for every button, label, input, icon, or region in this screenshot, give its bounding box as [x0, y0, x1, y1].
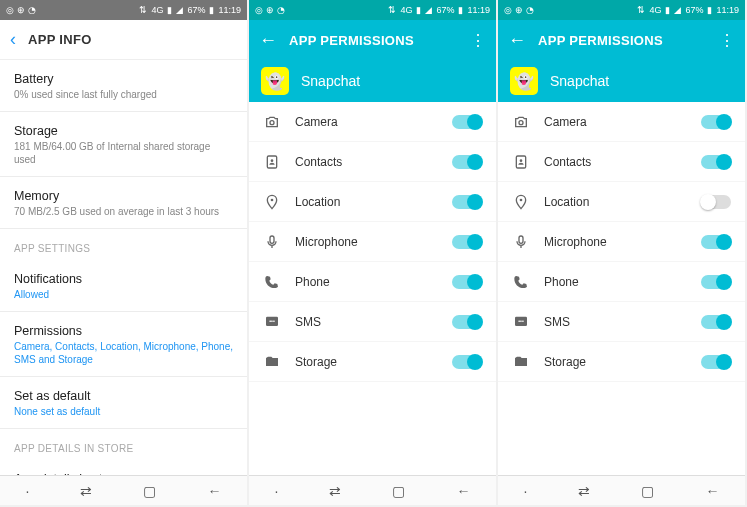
nav-recents-icon[interactable]: ⇄	[80, 483, 92, 499]
page-title: APP PERMISSIONS	[289, 33, 414, 48]
perm-row-camera: Camera	[498, 102, 745, 142]
nav-recents-icon[interactable]: ⇄	[578, 483, 590, 499]
perm-label: Microphone	[544, 235, 687, 249]
row-set-as-default[interactable]: Set as defaultNone set as default	[0, 377, 247, 429]
mic-icon	[263, 234, 281, 250]
back-icon[interactable]: ←	[259, 30, 277, 51]
screen-app-info: ◎⊕◔ ⇅4G▮◢ 67% ▮ 11:19 ‹ APP INFO Battery…	[0, 0, 247, 505]
sms-icon: •••	[263, 314, 281, 330]
toggle-location[interactable]	[701, 195, 731, 209]
page-title: APP INFO	[28, 32, 92, 47]
location-icon	[512, 194, 530, 210]
status-bar: ◎⊕◔ ⇅4G▮◢ 67%▮ 11:19	[249, 0, 496, 20]
perm-row-sms: •••SMS	[498, 302, 745, 342]
svg-point-2	[271, 159, 274, 162]
perm-label: Camera	[295, 115, 438, 129]
perm-label: Location	[544, 195, 687, 209]
row-notifications[interactable]: NotificationsAllowed	[0, 260, 247, 312]
toggle-phone[interactable]	[701, 275, 731, 289]
nav-dot[interactable]: ·	[26, 483, 30, 499]
nav-bar: · ⇄ ▢ ←	[249, 475, 496, 505]
back-icon[interactable]: ←	[508, 30, 526, 51]
contacts-icon	[263, 154, 281, 170]
toggle-microphone[interactable]	[701, 235, 731, 249]
toggle-storage[interactable]	[701, 355, 731, 369]
nav-home-icon[interactable]: ▢	[392, 483, 405, 499]
toggle-contacts[interactable]	[452, 155, 482, 169]
svg-point-9	[520, 159, 523, 162]
mic-icon	[512, 234, 530, 250]
screen-permissions-all-on: ◎⊕◔ ⇅4G▮◢ 67%▮ 11:19 ← APP PERMISSIONS ⋮…	[249, 0, 496, 505]
nav-recents-icon[interactable]: ⇄	[329, 483, 341, 499]
perm-label: Contacts	[295, 155, 438, 169]
toggle-sms[interactable]	[452, 315, 482, 329]
svg-text:•••: •••	[518, 318, 524, 324]
overflow-menu-icon[interactable]: ⋮	[719, 31, 735, 50]
camera-icon	[263, 114, 281, 130]
sms-icon: •••	[512, 314, 530, 330]
perm-row-phone: Phone	[249, 262, 496, 302]
toggle-camera[interactable]	[701, 115, 731, 129]
snapchat-icon: 👻	[510, 67, 538, 95]
row-battery[interactable]: Battery0% used since last fully charged	[0, 60, 247, 112]
nav-bar: · ⇄ ▢ ←	[498, 475, 745, 505]
app-name: Snapchat	[301, 73, 360, 89]
svg-point-3	[271, 198, 274, 201]
snapchat-icon: 👻	[261, 67, 289, 95]
nav-bar: · ⇄ ▢ ←	[0, 475, 247, 505]
nav-back-icon[interactable]: ←	[207, 483, 221, 499]
app-band: 👻 Snapchat	[498, 60, 745, 102]
status-bar: ◎⊕◔ ⇅4G▮◢ 67%▮ 11:19	[498, 0, 745, 20]
storage-icon	[263, 354, 281, 370]
nav-dot[interactable]: ·	[275, 483, 279, 499]
toggle-sms[interactable]	[701, 315, 731, 329]
screen-permissions-location-off: ◎⊕◔ ⇅4G▮◢ 67%▮ 11:19 ← APP PERMISSIONS ⋮…	[498, 0, 745, 505]
app-name: Snapchat	[550, 73, 609, 89]
perm-label: SMS	[544, 315, 687, 329]
toggle-phone[interactable]	[452, 275, 482, 289]
perm-row-contacts: Contacts	[498, 142, 745, 182]
permissions-list: CameraContactsLocationMicrophonePhone•••…	[498, 102, 745, 475]
nav-back-icon[interactable]: ←	[456, 483, 470, 499]
nav-home-icon[interactable]: ▢	[641, 483, 654, 499]
status-bar: ◎⊕◔ ⇅4G▮◢ 67% ▮ 11:19	[0, 0, 247, 20]
row-storage[interactable]: Storage181 MB/64.00 GB of Internal share…	[0, 112, 247, 177]
svg-rect-11	[519, 236, 523, 243]
perm-label: Location	[295, 195, 438, 209]
perm-row-microphone: Microphone	[249, 222, 496, 262]
toggle-location[interactable]	[452, 195, 482, 209]
perm-row-microphone: Microphone	[498, 222, 745, 262]
page-title: APP PERMISSIONS	[538, 33, 663, 48]
nav-home-icon[interactable]: ▢	[143, 483, 156, 499]
row-memory[interactable]: Memory70 MB/2.5 GB used on average in la…	[0, 177, 247, 229]
nav-dot[interactable]: ·	[524, 483, 528, 499]
content: Battery0% used since last fully chargedS…	[0, 60, 247, 475]
svg-text:•••: •••	[269, 318, 275, 324]
perm-label: Contacts	[544, 155, 687, 169]
perm-row-camera: Camera	[249, 102, 496, 142]
back-icon[interactable]: ‹	[10, 29, 16, 50]
perm-row-contacts: Contacts	[249, 142, 496, 182]
toggle-storage[interactable]	[452, 355, 482, 369]
perm-row-storage: Storage	[249, 342, 496, 382]
perm-row-phone: Phone	[498, 262, 745, 302]
nav-back-icon[interactable]: ←	[705, 483, 719, 499]
perm-label: Microphone	[295, 235, 438, 249]
row-permissions[interactable]: PermissionsCamera, Contacts, Location, M…	[0, 312, 247, 377]
toggle-contacts[interactable]	[701, 155, 731, 169]
overflow-menu-icon[interactable]: ⋮	[470, 31, 486, 50]
perm-row-storage: Storage	[498, 342, 745, 382]
phone-icon	[512, 274, 530, 290]
perm-label: Phone	[295, 275, 438, 289]
section-app-settings: APP SETTINGS	[0, 229, 247, 260]
row-app-details[interactable]: App details in store App downloaded from…	[0, 460, 247, 475]
svg-point-10	[520, 198, 523, 201]
toggle-microphone[interactable]	[452, 235, 482, 249]
toggle-camera[interactable]	[452, 115, 482, 129]
perm-label: SMS	[295, 315, 438, 329]
header: ← APP PERMISSIONS ⋮	[249, 20, 496, 60]
app-band: 👻 Snapchat	[249, 60, 496, 102]
phone-icon	[263, 274, 281, 290]
svg-point-7	[519, 120, 523, 124]
header: ‹ APP INFO	[0, 20, 247, 60]
